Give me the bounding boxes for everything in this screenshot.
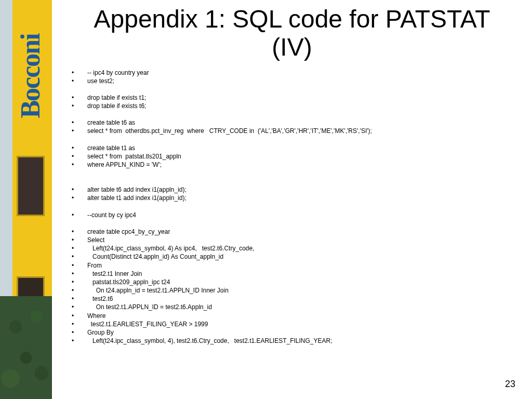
bocconi-logo: Bocconi xyxy=(14,5,47,147)
code-line: patstat.tls209_appln_ipc t24 xyxy=(65,278,522,286)
code-line: Count(Distinct t24.appln_id) As Count_ap… xyxy=(65,252,522,261)
code-line: select * from otherdbs.pct_inv_reg where… xyxy=(65,127,522,135)
slide: Bocconi Appendix 1: SQL code for PATSTAT… xyxy=(0,0,532,399)
code-line xyxy=(65,203,522,211)
code-line xyxy=(65,136,522,144)
code-line: use test2; xyxy=(65,77,522,85)
code-line: Where xyxy=(65,312,522,320)
code-line: alter table t1 add index i1(appln_id); xyxy=(65,194,522,202)
code-line: drop table if exists t6; xyxy=(65,102,522,110)
sql-code-block: -- ipc4 by country yearuse test2; drop t… xyxy=(62,69,522,345)
code-line xyxy=(65,177,522,185)
code-line: create table t1 as xyxy=(65,144,522,152)
code-line: Group By xyxy=(65,328,522,337)
sky-strip xyxy=(0,0,12,307)
code-line: -- ipc4 by country year xyxy=(65,69,522,77)
code-line xyxy=(65,85,522,94)
code-line xyxy=(65,169,522,177)
code-line: create table t6 as xyxy=(65,118,522,127)
code-line: select * from patstat.tls201_appln xyxy=(65,152,522,161)
code-line: Left(t24.ipc_class_symbol, 4) As ipc4, t… xyxy=(65,244,522,252)
page-number: 23 xyxy=(505,379,515,390)
bush xyxy=(0,296,52,399)
code-line: test2.t1.EARLIEST_FILING_YEAR > 1999 xyxy=(65,320,522,328)
sidebar-photo: Bocconi xyxy=(0,0,52,399)
code-line: create table cpc4_by_cy_year xyxy=(65,228,522,236)
slide-title: Appendix 1: SQL code for PATSTAT (IV) xyxy=(83,5,501,61)
window-lower xyxy=(17,276,45,298)
code-line: On t24.appln_id = test2.t1.APPLN_ID Inne… xyxy=(65,286,522,295)
code-line: drop table if exists t1; xyxy=(65,94,522,102)
code-line xyxy=(65,110,522,118)
code-line: On test2.t1.APPLN_ID = test2.t6.Appln_id xyxy=(65,303,522,311)
code-line: alter table t6 add index i1(appln_id); xyxy=(65,185,522,194)
code-line: test2.t1 Inner Join xyxy=(65,270,522,278)
code-line: Select xyxy=(65,236,522,244)
code-line: Left(t24.ipc_class_symbol, 4), test2.t6.… xyxy=(65,337,522,345)
code-line: where APPLN_KIND = 'W'; xyxy=(65,161,522,169)
code-line: From xyxy=(65,261,522,270)
slide-content: Appendix 1: SQL code for PATSTAT (IV) --… xyxy=(52,0,532,399)
code-line: test2.t6 xyxy=(65,295,522,303)
code-line: --count by cy ipc4 xyxy=(65,211,522,219)
logo-text: Bocconi xyxy=(15,34,46,118)
window-upper xyxy=(17,156,45,216)
code-line xyxy=(65,219,522,228)
